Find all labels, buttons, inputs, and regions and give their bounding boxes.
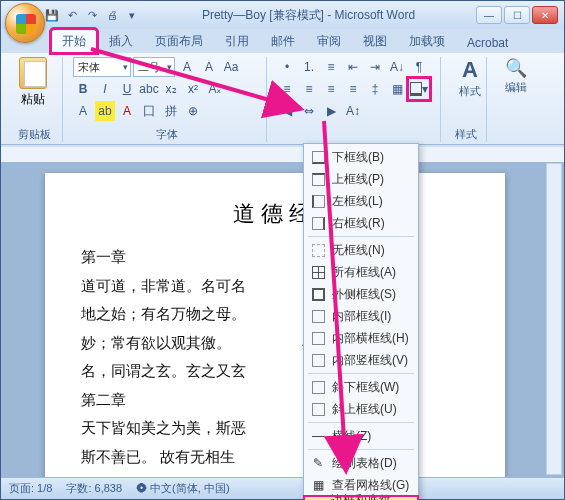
menu-left-border[interactable]: 左框线(L) <box>304 190 418 212</box>
borders-button[interactable]: ▾ <box>409 79 429 99</box>
asian-left-button[interactable]: ◀ <box>277 101 297 121</box>
print-icon[interactable]: 🖨 <box>103 6 121 24</box>
tab-insert[interactable]: 插入 <box>99 30 143 53</box>
close-button[interactable]: ✕ <box>532 6 558 24</box>
borders-menu: 下框线(B) 上框线(P) 左框线(L) 右框线(R) 无框线(N) 所有框线(… <box>303 143 419 500</box>
qat-more-icon[interactable]: ▾ <box>123 6 141 24</box>
line-spacing-button[interactable]: ‡ <box>365 79 385 99</box>
increase-indent-button[interactable]: ⇥ <box>365 57 385 77</box>
tab-layout[interactable]: 页面布局 <box>145 30 213 53</box>
align-center-button[interactable]: ≡ <box>299 79 319 99</box>
save-icon[interactable]: 💾 <box>43 6 61 24</box>
menu-borders-shading[interactable]: ▣边框和底纹(O)... <box>304 496 418 500</box>
subscript-button[interactable]: x₂ <box>161 79 181 99</box>
scrollbar-vertical[interactable] <box>546 163 562 475</box>
menu-bottom-border[interactable]: 下框线(B) <box>304 146 418 168</box>
sort-button[interactable]: A↓ <box>387 57 407 77</box>
numbering-button[interactable]: 1. <box>299 57 319 77</box>
strike-button[interactable]: abc <box>139 79 159 99</box>
find-icon: 🔍 <box>505 57 527 79</box>
menu-diag-up-border[interactable]: 斜上框线(U) <box>304 398 418 420</box>
menu-inside-borders[interactable]: 内部框线(I) <box>304 305 418 327</box>
status-lang[interactable]: 🞉 中文(简体, 中国) <box>136 481 230 496</box>
clear-format-button[interactable]: Aₓ <box>205 79 225 99</box>
pinyin-button[interactable]: 拼 <box>161 101 181 121</box>
office-button[interactable] <box>5 3 45 43</box>
align-right-button[interactable]: ≡ <box>321 79 341 99</box>
clipboard-icon <box>19 57 47 89</box>
redo-icon[interactable]: ↷ <box>83 6 101 24</box>
tab-addins[interactable]: 加载项 <box>399 30 455 53</box>
multilevel-button[interactable]: ≡ <box>321 57 341 77</box>
char-border-button[interactable]: 囗 <box>139 101 159 121</box>
enclosed-button[interactable]: ⊕ <box>183 101 203 121</box>
document-area: 道德经 第一章 道可道，非常道。名可名 天 地之始；有名万物之母。 其 妙；常有… <box>1 147 564 477</box>
decrease-indent-button[interactable]: ⇤ <box>343 57 363 77</box>
group-styles-label: 样式 <box>451 125 480 142</box>
menu-horizontal-line[interactable]: —横线(Z) <box>304 425 418 447</box>
menu-inside-v-border[interactable]: 内部竖框线(V) <box>304 349 418 371</box>
editing-button[interactable]: 🔍 编辑 <box>497 57 535 142</box>
change-case-icon[interactable]: Aa <box>221 57 241 77</box>
ruler-horizontal[interactable] <box>1 147 564 163</box>
titlebar: 💾 ↶ ↷ 🖨 ▾ Pretty—Boy [兼容模式] - Microsoft … <box>1 1 564 29</box>
align-left-button[interactable]: ≡ <box>277 79 297 99</box>
menu-top-border[interactable]: 上框线(P) <box>304 168 418 190</box>
asian-right-button[interactable]: ▶ <box>321 101 341 121</box>
shrink-font-icon[interactable]: A <box>199 57 219 77</box>
editing-label: 编辑 <box>505 80 527 95</box>
ribbon-tabs: 开始 插入 页面布局 引用 邮件 审阅 视图 加载项 Acrobat <box>1 29 564 53</box>
tab-acrobat[interactable]: Acrobat <box>457 33 518 53</box>
superscript-button[interactable]: x² <box>183 79 203 99</box>
menu-inside-h-border[interactable]: 内部横框线(H) <box>304 327 418 349</box>
bullets-button[interactable]: • <box>277 57 297 77</box>
menu-outside-borders[interactable]: 外侧框线(S) <box>304 283 418 305</box>
styles-label: 样式 <box>459 84 481 99</box>
tab-references[interactable]: 引用 <box>215 30 259 53</box>
menu-diag-down-border[interactable]: 斜下框线(W) <box>304 376 418 398</box>
underline-button[interactable]: U <box>117 79 137 99</box>
statusbar: 页面: 1/8 字数: 6,838 🞉 中文(简体, 中国) <box>1 477 564 499</box>
paste-label: 粘贴 <box>21 91 45 108</box>
tab-home[interactable]: 开始 <box>51 29 97 53</box>
menu-all-borders[interactable]: 所有框线(A) <box>304 261 418 283</box>
shading-button[interactable]: ▦ <box>387 79 407 99</box>
show-marks-button[interactable]: ¶ <box>409 57 429 77</box>
borders-icon <box>410 82 422 96</box>
menu-right-border[interactable]: 右框线(R) <box>304 212 418 234</box>
maximize-button[interactable]: ☐ <box>504 6 530 24</box>
tab-mail[interactable]: 邮件 <box>261 30 305 53</box>
styles-button[interactable]: A 样式 <box>451 57 489 125</box>
styles-icon: A <box>462 57 478 83</box>
pencil-icon: ✎ <box>310 455 326 471</box>
font-name-combo[interactable]: 宋体 <box>73 57 131 77</box>
group-paragraph-label <box>277 140 434 142</box>
grid-icon: ▦ <box>310 477 326 493</box>
group-font-label: 字体 <box>73 125 260 142</box>
group-clipboard-label: 剪贴板 <box>13 125 56 142</box>
menu-draw-table[interactable]: ✎绘制表格(D) <box>304 452 418 474</box>
bold-button[interactable]: B <box>73 79 93 99</box>
quick-access-toolbar: 💾 ↶ ↷ 🖨 ▾ <box>43 6 141 24</box>
asian-justify-button[interactable]: ⇔ <box>299 101 319 121</box>
window-title: Pretty—Boy [兼容模式] - Microsoft Word <box>141 7 476 24</box>
font-color-button[interactable]: A <box>117 101 137 121</box>
highlight-button[interactable]: ab <box>95 101 115 121</box>
menu-no-border[interactable]: 无框线(N) <box>304 239 418 261</box>
minimize-button[interactable]: — <box>476 6 502 24</box>
status-words[interactable]: 字数: 6,838 <box>66 481 122 496</box>
paste-button[interactable]: 粘贴 <box>13 57 53 108</box>
status-page[interactable]: 页面: 1/8 <box>9 481 52 496</box>
undo-icon[interactable]: ↶ <box>63 6 81 24</box>
font-size-combo[interactable]: 二号 <box>133 57 175 77</box>
tab-review[interactable]: 审阅 <box>307 30 351 53</box>
page[interactable]: 道德经 第一章 道可道，非常道。名可名 天 地之始；有名万物之母。 其 妙；常有… <box>45 173 505 477</box>
grow-font-icon[interactable]: A <box>177 57 197 77</box>
text-effect-button[interactable]: A <box>73 101 93 121</box>
justify-button[interactable]: ≡ <box>343 79 363 99</box>
ribbon: 粘贴 剪贴板 宋体 二号 A A Aa B I U abc x₂ <box>1 53 564 145</box>
italic-button[interactable]: I <box>95 79 115 99</box>
asian-sort-button[interactable]: A↕ <box>343 101 363 121</box>
tab-view[interactable]: 视图 <box>353 30 397 53</box>
